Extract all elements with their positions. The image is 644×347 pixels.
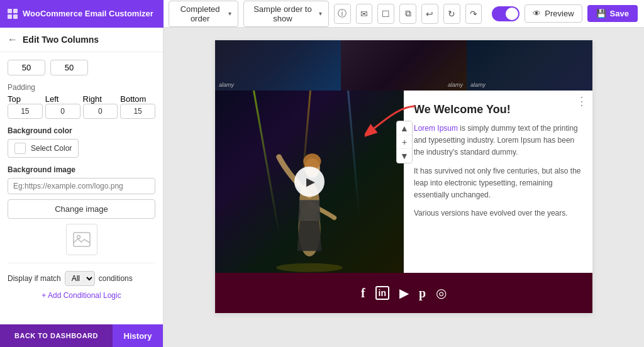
padding-section: Padding Top Left Right Bott: [8, 83, 155, 119]
bg-image-section: Background image Change image: [8, 165, 155, 255]
save-button[interactable]: 💾 Save: [587, 5, 638, 22]
strip-image-2: alamy: [341, 40, 467, 91]
padding-top-input[interactable]: [8, 104, 43, 119]
history-button[interactable]: History: [113, 324, 163, 347]
back-arrow-icon[interactable]: ←: [8, 34, 18, 45]
zoom-controls: ▲ + ▼: [396, 121, 413, 163]
paragraph-3: Various versions have evolved over the y…: [414, 207, 582, 219]
padding-top-cell: Top: [8, 94, 43, 119]
concert-photo: ▶: [215, 91, 404, 273]
email-preview: alamy alamy alamy ⋮: [215, 40, 592, 313]
social-footer: f in ▶ p ◎: [215, 273, 592, 313]
preview-toggle-wrap: [492, 6, 519, 21]
sidebar-footer: BACK TO DASHBOARD History: [0, 324, 163, 347]
app-title: WooCommerce Email Customizer: [23, 9, 153, 18]
save-icon: 💾: [596, 9, 606, 18]
more-options-button[interactable]: ⋮: [576, 96, 587, 107]
padding-label: Padding: [8, 83, 155, 92]
padding-left-cell: Left: [45, 94, 80, 119]
two-column-section: ⋮: [215, 91, 592, 273]
undo-button[interactable]: ↩: [421, 4, 438, 24]
undo-icon: ↩: [426, 9, 433, 19]
youtube-icon[interactable]: ▶: [399, 285, 409, 300]
redo-button[interactable]: ↻: [443, 4, 460, 24]
match-select[interactable]: All: [65, 271, 95, 286]
select-color-label: Select Color: [31, 144, 72, 153]
strip-image-3: alamy: [467, 40, 592, 91]
email-type-dropdown[interactable]: Completed order ▾: [169, 1, 238, 27]
content-area: ▲ + ▼ alamy alamy: [164, 28, 644, 347]
sidebar-title: Edit Two Columns: [23, 35, 99, 45]
app-header: WooCommerce Email Customizer: [0, 0, 164, 28]
conditions-section: Display if match All conditions + Add Co…: [8, 263, 155, 300]
zoom-in-icon: ▲: [400, 123, 409, 133]
padding-bottom-input[interactable]: [120, 104, 155, 119]
email-icon: ✉: [360, 9, 368, 19]
padding-right-input[interactable]: [83, 104, 118, 119]
column-widths-row: [8, 60, 155, 75]
chevron-down-icon: ▾: [319, 10, 322, 17]
copy-button[interactable]: ⧉: [399, 4, 416, 24]
zoom-fit-button[interactable]: +: [397, 135, 412, 149]
chevron-down-icon: ▾: [228, 10, 231, 17]
paragraph-1: Lorem Ipsum is simply dummy text of the …: [414, 123, 582, 159]
color-swatch-button[interactable]: Select Color: [8, 139, 79, 158]
image-placeholder: [66, 224, 97, 255]
file-button[interactable]: ☐: [377, 4, 394, 24]
zoom-fit-icon: +: [402, 137, 407, 147]
linkedin-icon[interactable]: in: [375, 286, 389, 300]
padding-grid: Top Left Right Bottom: [8, 94, 155, 119]
bg-color-label: Background color: [8, 126, 155, 135]
facebook-icon[interactable]: f: [361, 286, 365, 300]
paragraph-2: It has survived not only five centuries,…: [414, 165, 582, 202]
left-column-width-input[interactable]: [8, 60, 45, 75]
preview-button[interactable]: 👁 Preview: [525, 4, 582, 23]
zoom-out-button[interactable]: ▼: [397, 149, 412, 163]
svg-point-1: [77, 236, 80, 239]
change-image-button[interactable]: Change image: [8, 199, 155, 219]
sidebar-header: ← Edit Two Columns: [0, 28, 163, 52]
pinterest-icon[interactable]: p: [419, 286, 426, 300]
redo-icon: ↻: [448, 9, 455, 19]
text-column: We Welcome You! Lorem Ipsum is simply du…: [404, 91, 592, 273]
display-if-match-label: Display if match: [8, 274, 61, 283]
strip-image-1: alamy: [215, 40, 341, 91]
play-icon: ▶: [306, 175, 315, 189]
bg-url-input[interactable]: [8, 178, 155, 194]
color-swatch: [14, 143, 26, 154]
grid-icon: [8, 9, 18, 19]
info-icon: ⓘ: [338, 8, 347, 19]
sidebar: ← Edit Two Columns Padding Top Left: [0, 28, 164, 347]
right-column-width-input[interactable]: [50, 60, 88, 75]
welcome-title: We Welcome You!: [414, 103, 582, 116]
svg-rect-0: [74, 233, 90, 246]
zoom-out-icon: ▼: [400, 151, 409, 161]
add-conditional-logic-button[interactable]: + Add Conditional Logic: [8, 291, 155, 300]
svg-point-7: [276, 263, 343, 272]
padding-right-label: Right: [83, 94, 102, 104]
padding-right-cell: Right: [83, 94, 118, 119]
eye-icon: 👁: [533, 9, 541, 18]
file-icon: ☐: [382, 9, 390, 19]
redo2-button[interactable]: ↷: [465, 4, 482, 24]
image-strip: alamy alamy alamy: [215, 40, 592, 91]
padding-bottom-label: Bottom: [120, 94, 146, 104]
conditions-row: Display if match All conditions: [8, 271, 155, 286]
email-button[interactable]: ✉: [356, 4, 373, 24]
play-button[interactable]: ▶: [294, 167, 325, 197]
info-button[interactable]: ⓘ: [334, 4, 351, 24]
sample-order-dropdown[interactable]: Sample order to show ▾: [243, 1, 329, 27]
padding-top-label: Top: [8, 94, 21, 104]
redo2-icon: ↷: [470, 9, 477, 19]
copy-icon: ⧉: [405, 8, 411, 19]
padding-left-input[interactable]: [45, 104, 80, 119]
discord-icon[interactable]: ◎: [436, 285, 447, 300]
back-to-dashboard-button[interactable]: BACK TO DASHBOARD: [0, 324, 113, 347]
preview-toggle[interactable]: [492, 6, 519, 21]
padding-left-label: Left: [45, 94, 59, 104]
bg-image-label: Background image: [8, 165, 155, 174]
bg-color-section: Background color Select Color: [8, 126, 155, 158]
conditions-label: conditions: [99, 274, 133, 283]
padding-bottom-cell: Bottom: [120, 94, 155, 119]
zoom-in-button[interactable]: ▲: [397, 121, 412, 135]
